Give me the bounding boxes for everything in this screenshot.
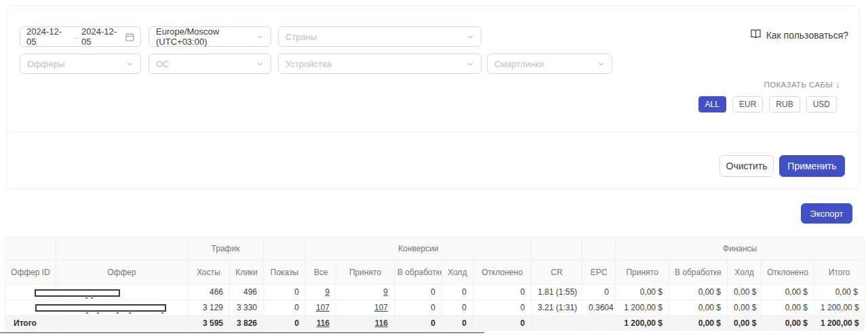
how-to-use-link[interactable]: Как пользоваться?: [750, 29, 848, 41]
col-conv-processing: В обработке: [395, 260, 442, 285]
cell-total: 1 200,00 $: [814, 316, 865, 331]
cell-fin-rejected: 0,00 $: [762, 285, 814, 300]
conversions-approved-link[interactable]: 107: [374, 303, 388, 312]
devices-select[interactable]: Устройства: [278, 54, 481, 74]
group-conversions: Конверсии: [306, 237, 532, 260]
col-epc: EPC: [583, 260, 616, 285]
redaction-artifact: [97, 312, 99, 314]
cell-total: 0,00 $: [814, 285, 865, 300]
cell-cr: 3.21 (1:31): [532, 300, 583, 316]
cell-fin-approved: 1 200,00 $: [616, 316, 669, 331]
cell-fin-hold: 0,00 $: [728, 285, 762, 300]
date-from-value[interactable]: 2024-12-05: [26, 26, 71, 47]
date-to-value[interactable]: 2024-12-05: [81, 26, 125, 47]
cell-fin-rejected: 0,00 $: [762, 300, 814, 316]
cell-conv-hold: 0: [442, 316, 473, 331]
cell-conv-processing: 0: [395, 285, 442, 300]
group-finance: Финансы: [616, 237, 865, 260]
currency-button-all[interactable]: ALL: [698, 96, 726, 112]
col-clicks: Клики: [230, 260, 264, 285]
totals-label: Итого: [5, 316, 56, 331]
cell-cr: [532, 316, 583, 331]
conversions-all-link[interactable]: 116: [317, 318, 330, 328]
date-range-picker[interactable]: 2024-12-05 → 2024-12-05: [20, 26, 141, 47]
currency-button-usd[interactable]: USD: [806, 96, 837, 112]
cell-cr: 1.81 (1:55): [532, 285, 583, 300]
col-fin-rejected: Отклонено: [762, 260, 814, 285]
col-conv-approved: Принято: [336, 260, 395, 285]
col-offer: Оффер: [56, 260, 188, 285]
group-empty: [56, 237, 188, 260]
cell-fin-hold: 0,00 $: [728, 316, 762, 331]
conversions-approved-link[interactable]: 9: [383, 287, 388, 297]
cell-conv-hold: 0: [442, 300, 473, 316]
window-edge-artifact: [0, 332, 484, 333]
conversions-approved-link[interactable]: 116: [375, 318, 388, 328]
currency-button-eur[interactable]: EUR: [732, 96, 763, 112]
os-placeholder: ОС: [156, 59, 170, 69]
col-fin-approved: Принято: [616, 260, 669, 285]
col-cr: CR: [532, 260, 583, 285]
chevron-down-icon: [467, 60, 474, 68]
redaction-artifact: [91, 297, 93, 299]
cell-fin-hold: 0,00 $: [728, 300, 762, 316]
group-header-row: Трафик Конверсии Финансы: [5, 237, 865, 260]
cell-fin-approved: 0,00 $: [616, 285, 669, 300]
redaction-artifact: [161, 312, 163, 314]
cell-hosts: 3 129: [188, 300, 230, 316]
cell-conv-processing: 0: [395, 316, 442, 331]
cell-clicks: 3 330: [230, 300, 264, 316]
cell-impressions: 0: [264, 316, 306, 331]
cell-clicks: 496: [230, 285, 264, 300]
calendar-icon: [125, 33, 134, 41]
cell-conv-rejected: 0: [473, 300, 532, 316]
how-to-use-label: Как пользоваться?: [766, 30, 848, 41]
col-impressions: Показы: [264, 260, 306, 285]
group-empty: [5, 237, 56, 260]
chevron-down-icon: [256, 33, 264, 41]
currency-button-rub[interactable]: RUB: [769, 96, 800, 112]
column-header-row: Оффер ID Оффер Хосты Клики Показы Все Пр…: [5, 260, 865, 285]
timezone-select[interactable]: Europe/Moscow (UTC+03:00): [149, 26, 271, 47]
offers-select[interactable]: Офферы: [20, 54, 141, 74]
col-total: Итого: [814, 260, 865, 285]
cell-conv-rejected: 0: [473, 285, 532, 300]
show-subs-label: ПОКАЗАТЬ САБЫ: [764, 81, 833, 89]
filters-panel: 2024-12-05 → 2024-12-05 Europe/Moscow (U…: [7, 5, 860, 190]
conversions-all-link[interactable]: 9: [325, 287, 330, 297]
col-conv-all: Все: [306, 260, 336, 285]
cell-conv-rejected: 0: [473, 316, 532, 331]
conversions-all-link[interactable]: 107: [316, 303, 330, 312]
cell-epc: [583, 316, 616, 331]
col-fin-hold: Холд: [728, 260, 762, 285]
offers-placeholder: Офферы: [27, 59, 64, 69]
os-select[interactable]: ОС: [149, 54, 271, 74]
group-traffic: Трафик: [188, 237, 264, 260]
redaction-artifact: [117, 312, 119, 314]
cell-hosts: 3 595: [188, 316, 230, 331]
cell-fin-approved: 1 200,00 $: [616, 300, 669, 316]
cell-fin-processing: 0,00 $: [669, 300, 728, 316]
col-conv-rejected: Отклонено: [473, 260, 532, 285]
chevron-down-icon: [467, 33, 474, 41]
devices-placeholder: Устройства: [285, 59, 332, 69]
col-fin-processing: В обработке: [669, 260, 728, 285]
countries-select[interactable]: Страны: [278, 26, 481, 47]
apply-button[interactable]: Применить: [779, 155, 845, 177]
chevron-down-icon: [597, 60, 605, 68]
currency-filter-group: ALL EUR RUB USD: [698, 96, 837, 112]
arrow-right-icon: →: [71, 32, 81, 41]
cell-total: 1 200,00 $: [814, 300, 865, 316]
redaction-artifact: [86, 312, 88, 314]
clear-button[interactable]: Очистить: [719, 155, 774, 177]
filter-actions: Очистить Применить: [719, 155, 845, 177]
countries-placeholder: Страны: [285, 32, 317, 42]
export-button[interactable]: Экспорт: [801, 203, 852, 224]
cell-offer: [56, 316, 188, 331]
smartlinks-select[interactable]: Смартлинки: [487, 54, 612, 74]
totals-row: Итого 3 595 3 826 0 116 116 0 0 0 1 200,…: [5, 316, 865, 331]
chevron-down-icon: [126, 60, 134, 68]
show-subs-toggle[interactable]: ПОКАЗАТЬ САБЫ ↓: [764, 79, 841, 89]
cell-epc: 0.3604: [583, 300, 616, 316]
cell-fin-rejected: 0,00 $: [762, 316, 814, 331]
